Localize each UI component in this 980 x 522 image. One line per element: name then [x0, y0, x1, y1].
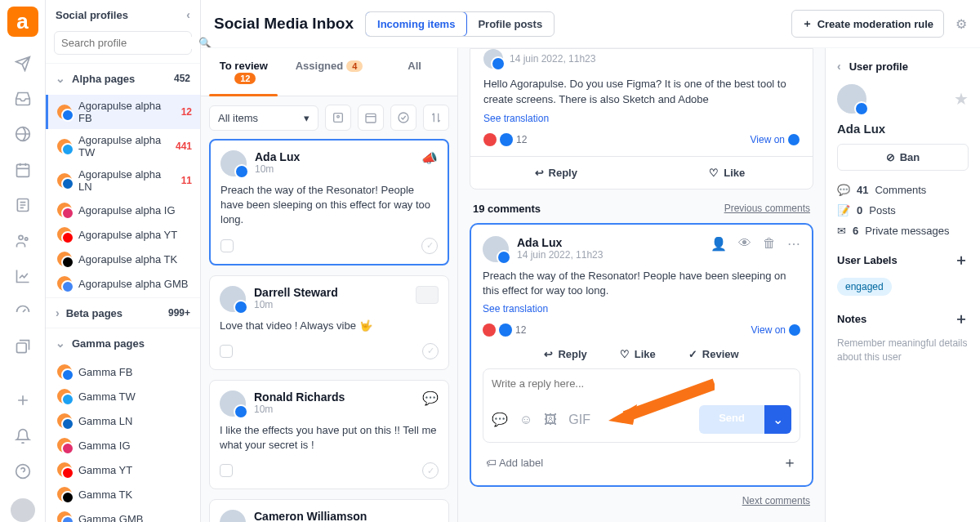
- next-comments-link[interactable]: Next comments: [470, 487, 813, 515]
- emoji-icon[interactable]: ☺: [519, 413, 532, 427]
- status-icon[interactable]: [390, 105, 416, 131]
- inbox-item[interactable]: Cameron Williamson10m: [209, 499, 449, 522]
- seg-posts[interactable]: Profile posts: [466, 12, 554, 36]
- hide-icon[interactable]: 👁: [738, 236, 751, 252]
- add-icon[interactable]: [14, 392, 32, 409]
- send-dropdown[interactable]: ⌄: [764, 405, 791, 434]
- filter-dropdown[interactable]: All items▾: [209, 105, 318, 131]
- detail-column: 14 juin 2022, 11h23 Hello Agorapulse. Do…: [458, 48, 825, 522]
- add-label-button[interactable]: 🏷 Add label: [486, 457, 543, 469]
- translate-link[interactable]: See translation: [483, 113, 549, 124]
- profile-item[interactable]: Agorapulse alpha FB12: [46, 95, 200, 129]
- review-icon[interactable]: [422, 343, 439, 359]
- send-icon[interactable]: [14, 55, 32, 72]
- profile-item[interactable]: Agorapulse alpha LN11: [46, 163, 200, 198]
- inbox-icon[interactable]: [14, 90, 32, 107]
- tab-review[interactable]: To review12: [201, 48, 287, 96]
- section-gamma[interactable]: ⌄ Gamma pages: [46, 328, 200, 358]
- profile-item[interactable]: Gamma TK: [46, 482, 200, 506]
- svg-point-4: [24, 238, 27, 240]
- current-user-avatar[interactable]: [11, 498, 35, 522]
- profile-item[interactable]: Gamma IG: [46, 433, 200, 457]
- assign-icon[interactable]: [325, 105, 351, 131]
- profile-item[interactable]: Gamma TW: [46, 384, 200, 408]
- page-title: Social Media Inbox: [214, 15, 354, 33]
- section-beta[interactable]: › Beta pages 999+: [46, 297, 200, 328]
- add-note-icon[interactable]: ＋: [954, 309, 969, 328]
- gif-icon[interactable]: GIF: [568, 413, 590, 427]
- tab-all[interactable]: All: [372, 48, 457, 96]
- like-action[interactable]: ♡ Like: [620, 348, 656, 360]
- user-name: Ada Lux: [837, 122, 969, 136]
- reply-action[interactable]: ↩ Reply: [544, 348, 586, 360]
- seg-incoming[interactable]: Incoming items: [365, 11, 467, 37]
- profile-item[interactable]: Agorapulse alpha IG: [46, 198, 200, 222]
- date-icon[interactable]: [358, 105, 384, 131]
- profile-item[interactable]: Agorapulse alpha TW441: [46, 129, 200, 163]
- gauge-icon[interactable]: [14, 303, 32, 320]
- review-action[interactable]: ✓ Review: [688, 348, 739, 360]
- app-logo[interactable]: a: [7, 7, 38, 37]
- ban-button[interactable]: ⊘Ban: [837, 144, 969, 171]
- like-reaction-icon: [499, 323, 512, 337]
- notes-placeholder: Remember meaningful details about this u…: [837, 337, 969, 364]
- sort-icon[interactable]: [423, 105, 449, 131]
- inbox-item[interactable]: Darrell Steward10m Love that video ! Alw…: [209, 275, 449, 370]
- user-label-chip[interactable]: engaged: [837, 278, 892, 296]
- back-icon[interactable]: ‹: [837, 60, 841, 73]
- inbox-item[interactable]: Ronald Richards10m💬 I like the effects y…: [209, 380, 449, 489]
- heart-reaction-icon: [483, 133, 497, 146]
- translate-link[interactable]: See translation: [483, 303, 548, 315]
- settings-icon[interactable]: ⚙: [956, 16, 967, 32]
- saved-reply-icon[interactable]: 💬: [492, 412, 508, 427]
- section-alpha[interactable]: ⌄ Alpha pages 452: [46, 63, 200, 93]
- avatar: [220, 510, 246, 522]
- previous-comments-link[interactable]: Previous comments: [724, 203, 810, 215]
- reply-button[interactable]: ↩Reply: [470, 157, 642, 189]
- bell-icon[interactable]: [14, 427, 32, 444]
- profiles-sidebar: Social profiles ‹ 🔍 ⌄ Alpha pages 452 Ag…: [46, 0, 201, 522]
- checkbox[interactable]: [220, 345, 233, 358]
- calendar-icon[interactable]: [14, 161, 32, 178]
- profile-item[interactable]: Gamma YT: [46, 457, 200, 482]
- checkbox[interactable]: [220, 464, 233, 477]
- user-icon[interactable]: 👤: [710, 236, 727, 252]
- view-on-link[interactable]: View on: [751, 324, 800, 336]
- like-button[interactable]: ♡Like: [642, 157, 813, 189]
- profile-item[interactable]: Gamma LN: [46, 408, 200, 433]
- notes-icon[interactable]: [14, 197, 32, 214]
- more-icon[interactable]: ⋯: [787, 236, 800, 252]
- create-rule-button[interactable]: ＋Create moderation rule: [791, 10, 944, 38]
- review-icon[interactable]: [421, 238, 438, 254]
- people-icon[interactable]: [14, 232, 32, 249]
- view-segment: Incoming items Profile posts: [365, 11, 555, 37]
- inbox-item[interactable]: Ada Lux10m📣 Preach the way of the Resona…: [209, 139, 449, 265]
- profile-item[interactable]: Gamma GMB: [46, 506, 200, 522]
- add-label-icon[interactable]: ＋: [954, 250, 969, 270]
- library-icon[interactable]: [14, 338, 32, 355]
- view-on-link[interactable]: View on: [751, 134, 800, 145]
- tab-assigned[interactable]: Assigned4: [287, 48, 372, 96]
- globe-icon[interactable]: [14, 126, 32, 143]
- image-icon[interactable]: 🖼: [544, 413, 557, 427]
- send-button[interactable]: Send: [699, 405, 764, 434]
- review-icon[interactable]: [422, 462, 439, 479]
- analytics-icon[interactable]: [14, 267, 32, 284]
- profile-item[interactable]: Agorapulse alpha YT: [46, 222, 200, 247]
- reply-icon: ↩: [535, 167, 544, 179]
- delete-icon[interactable]: 🗑: [763, 236, 776, 252]
- checkbox[interactable]: [220, 239, 234, 252]
- chevron-down-icon: ▾: [304, 112, 310, 124]
- star-icon[interactable]: ★: [954, 89, 969, 109]
- profile-item[interactable]: Agorapulse alpha TK: [46, 247, 200, 271]
- help-icon[interactable]: [14, 462, 32, 480]
- reply-textarea[interactable]: [492, 377, 791, 397]
- svg-rect-9: [366, 114, 376, 123]
- profile-item[interactable]: Gamma FB: [46, 359, 200, 384]
- collapse-sidebar-icon[interactable]: ‹: [186, 8, 190, 21]
- profile-item[interactable]: Agorapulse alpha GMB: [46, 271, 200, 296]
- svg-point-10: [399, 113, 408, 123]
- search-input[interactable]: [61, 37, 198, 49]
- add-icon[interactable]: ＋: [782, 453, 797, 472]
- search-profile[interactable]: 🔍: [54, 31, 192, 55]
